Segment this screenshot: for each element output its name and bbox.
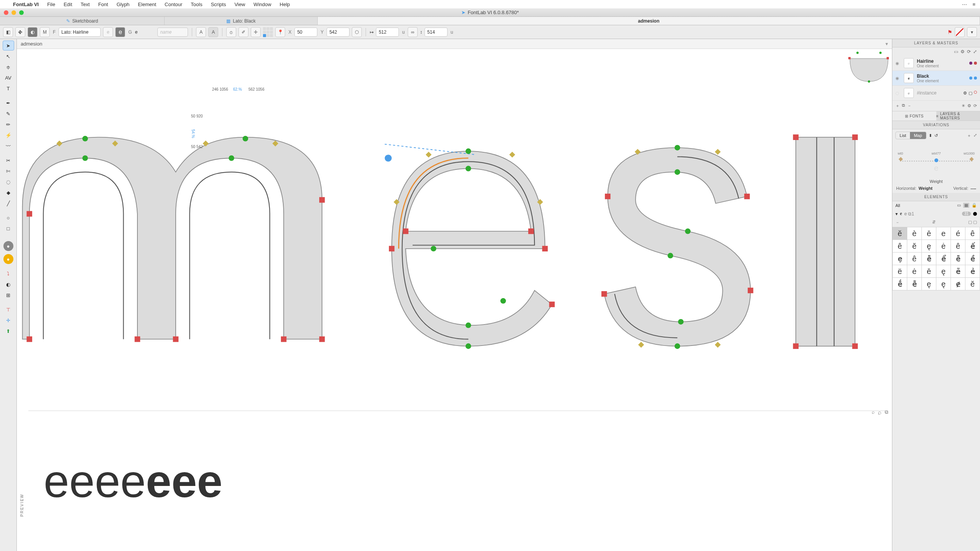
app-name[interactable]: FontLab VI [13,2,39,7]
elem-cell[interactable]: ę [922,240,936,252]
dropdown-icon[interactable]: ▾ [967,27,977,37]
minus-icon[interactable]: － [895,220,900,225]
elem-cell[interactable]: ẽ [951,265,965,277]
fonts-tab[interactable]: ⊞FONTS [892,111,936,121]
contour-a-icon[interactable]: A [196,27,206,37]
elem-cell[interactable]: ē [922,265,936,277]
elem-cell[interactable]: é [951,227,965,240]
elem-cell[interactable]: ė [907,265,921,277]
elem-cell[interactable]: ĕ [893,227,907,240]
master-instance[interactable]: ◌ e #instance ⚙▢ [892,86,980,101]
ellipse-tool[interactable]: ○ [3,213,14,223]
gear-icon[interactable]: ⚙ [963,91,967,96]
y-field[interactable]: 542 [327,28,350,37]
link-icon[interactable]: ∞ [408,27,418,37]
height-field[interactable]: 514 [425,28,448,37]
fill-tool[interactable]: ◆ [3,187,14,197]
knife-tool[interactable]: ✂ [3,155,14,165]
horiz-axis[interactable]: Weight [919,186,933,191]
fill-dot[interactable] [973,212,977,216]
name-field[interactable]: name [157,28,188,37]
dup-icon[interactable]: ⧉ [902,103,905,109]
snap-tool[interactable]: ✛ [3,315,14,325]
tab-glyph[interactable]: admesion [318,17,980,25]
glyph-current[interactable]: e [115,27,125,37]
sliders-icon[interactable]: ⬍ [929,133,932,138]
contour-a2-icon[interactable]: A [208,27,218,37]
rapid-tool[interactable]: ⚡ [3,130,14,140]
var-list-tab[interactable]: List [896,132,910,139]
draw-tool[interactable]: 〰 [3,141,14,151]
remove-icon[interactable]: － [907,103,911,109]
lm-tab[interactable]: ≡LAYERS & MASTERS [936,111,980,121]
x-field[interactable]: 50 [294,28,317,37]
box1-icon[interactable]: ▢ [968,220,972,224]
direct-select-tool[interactable]: ↖ [3,51,14,61]
grid-tool[interactable]: ⊞ [3,290,14,300]
menu-list-icon[interactable]: ≡ [972,2,975,7]
elem-cell[interactable]: ę [936,278,951,290]
view1-icon[interactable]: ▭ [957,203,961,208]
view2-icon[interactable]: ▦ [963,203,969,208]
add-icon[interactable]: ＋ [895,103,900,109]
curve-tool[interactable]: ⤵ [3,269,14,279]
metrics-m-icon[interactable]: M [40,27,50,37]
menu-glyph[interactable]: Glyph [116,2,129,7]
panel-view-icon[interactable]: ▭ [954,49,958,54]
align-v-icon[interactable]: ⦶ [226,27,236,37]
panel-left-icon[interactable]: ◧ [3,27,13,37]
glyph-prev[interactable]: e [103,27,113,37]
elem-cell[interactable]: ể [936,253,951,265]
elem-cell[interactable]: ɇ [951,278,965,290]
eyedrop-icon[interactable]: ✐ [238,27,248,37]
kerning-tool[interactable]: AV [3,73,14,83]
font-name-field[interactable]: Lato: Hairline [59,28,101,37]
variation-axis[interactable]: wt0 wt477 wt1000 e Weight [892,142,980,184]
metrics-icon[interactable]: ⛖ [15,27,25,37]
elem-all[interactable]: All [895,203,900,208]
tree-tool[interactable]: ⬆ [3,326,14,336]
elem-cell[interactable]: ê [893,240,907,252]
gear-icon[interactable]: ⚙ [960,49,965,54]
guide-tool[interactable]: ⊤ [3,305,14,315]
eye-icon[interactable]: ◌ [895,91,901,96]
line-tool[interactable]: ╱ [3,198,14,208]
elem-cell[interactable]: ḗ [893,278,907,290]
vert-axis[interactable]: ---- [970,186,976,191]
chevron-down-icon[interactable]: ▾ [895,211,898,217]
elem-cell[interactable]: ĕ [907,240,921,252]
menu-font[interactable]: Font [98,2,108,7]
elem-cell[interactable]: ẻ [965,265,980,277]
anchor-grid[interactable] [263,27,273,37]
var-map-tab[interactable]: Map [910,132,926,139]
color-bg-tool[interactable]: ● [3,241,13,251]
box-icon[interactable]: ▢ [969,91,972,96]
master-black[interactable]: ◉ e BlackOne element [892,71,980,86]
box2-icon[interactable]: ▢ [973,220,977,224]
elem-cell[interactable]: ễ [922,253,936,265]
brush-tool[interactable]: ✎ [3,109,14,119]
menu-window[interactable]: Window [253,2,271,7]
pen-tool[interactable]: ✒ [3,98,14,108]
crosshair-icon[interactable]: ✛ [251,27,261,37]
pencil-tool[interactable]: ✏ [3,119,14,129]
flag-icon[interactable]: ⚑ [947,29,952,35]
color-none-icon[interactable] [955,27,965,37]
expand-icon[interactable]: ⤢ [973,49,977,54]
eye-icon[interactable]: ◉ [895,76,901,81]
expand-icon[interactable]: ⤢ [973,133,977,139]
menu-view[interactable]: View [234,2,245,7]
flip-icon[interactable]: ⇵ [932,220,936,225]
menu-extra-icon[interactable]: ⋯ [962,2,967,7]
minimize-button[interactable] [11,10,16,15]
elem-cell[interactable]: ễ [951,253,965,265]
eye-icon[interactable]: ◉ [895,61,901,66]
menu-contour[interactable]: Contour [165,2,182,7]
elem-row-e[interactable]: ▾ e e ⧉1 31 [892,209,980,218]
elem-cell[interactable]: ế [965,240,980,252]
elem-cell[interactable]: ề [965,253,980,265]
menu-text[interactable]: Text [81,2,90,7]
add-icon[interactable]: ＋ [967,133,971,139]
sync-icon[interactable]: ⟳ [967,49,971,54]
elem-cell[interactable]: ę [922,278,936,290]
